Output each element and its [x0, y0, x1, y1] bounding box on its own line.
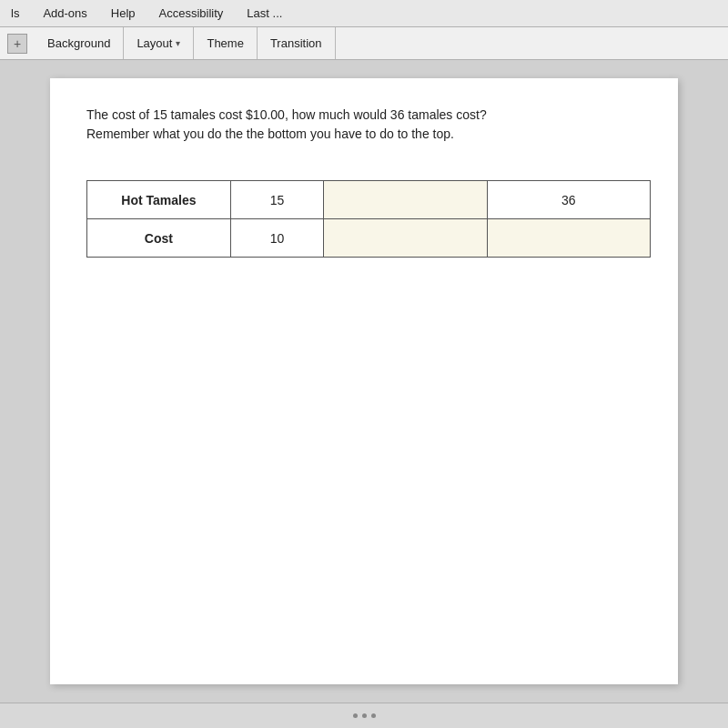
table-cell-row0-col1: 15	[230, 181, 323, 219]
tab-layout-label: Layout	[136, 36, 172, 50]
dot-2	[362, 713, 367, 718]
pagination-dots	[353, 713, 376, 718]
table-cell-row1-label: Cost	[87, 219, 231, 258]
add-slide-button[interactable]: +	[7, 34, 27, 54]
table-cell-row0-col3: 36	[487, 181, 650, 219]
table-row: Hot Tamales 15 36	[87, 181, 651, 219]
tab-transition[interactable]: Transition	[258, 27, 336, 59]
tab-theme[interactable]: Theme	[194, 27, 257, 59]
menu-item-accessibility[interactable]: Accessibility	[156, 5, 228, 22]
menu-item-help[interactable]: Help	[107, 5, 139, 22]
table-cell-row1-col1: 10	[230, 219, 323, 258]
dot-1	[353, 713, 358, 718]
menu-item-addons[interactable]: Add-ons	[39, 5, 90, 22]
tab-background[interactable]: Background	[35, 27, 124, 59]
table-cell-row1-col3	[487, 219, 650, 258]
menu-item-ls[interactable]: ls	[7, 5, 23, 22]
menu-item-last[interactable]: Last ...	[243, 5, 286, 22]
table-cell-row0-label: Hot Tamales	[87, 181, 231, 219]
dot-3	[371, 713, 376, 718]
tab-layout[interactable]: Layout ▾	[124, 27, 194, 59]
menu-bar: ls Add-ons Help Accessibility Last ...	[0, 0, 728, 27]
slide-paragraph: The cost of 15 tamales cost $10.00, how …	[86, 106, 642, 144]
table-cell-row0-col2	[324, 181, 487, 219]
table-cell-row1-col2	[324, 219, 487, 258]
bottom-bar	[0, 703, 728, 728]
slide-area: The cost of 15 tamales cost $10.00, how …	[0, 60, 728, 703]
chevron-down-icon: ▾	[176, 38, 180, 48]
table-row: Cost 10	[87, 219, 651, 258]
data-table: Hot Tamales 15 36 Cost 10	[86, 180, 651, 258]
slide: The cost of 15 tamales cost $10.00, how …	[50, 78, 678, 684]
toolbar: + Background Layout ▾ Theme Transition	[0, 27, 728, 60]
